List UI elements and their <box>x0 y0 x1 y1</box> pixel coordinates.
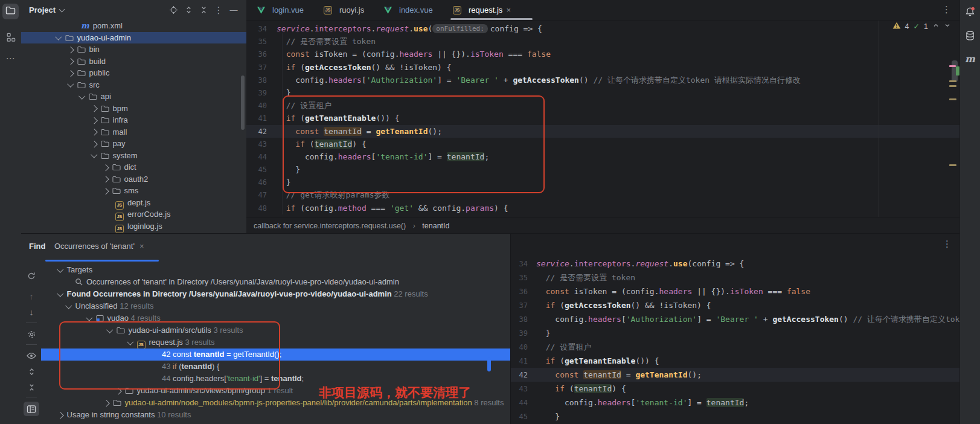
project-tree-item-pay[interactable]: pay <box>21 138 246 150</box>
code-line-34[interactable]: 34service.interceptors.request.use(confi… <box>511 257 980 271</box>
project-scrollbar-thumb[interactable] <box>241 75 245 130</box>
chevron-collapsed-icon[interactable] <box>91 105 97 112</box>
project-tree-item-dict[interactable]: dict <box>21 161 246 173</box>
code-line-44[interactable]: 44 config.headers['tenant-id'] = tenantI… <box>511 396 980 410</box>
project-tree-item-yudao-ui-admin[interactable]: yudao-ui-admin <box>21 32 246 44</box>
collapse-all-button[interactable] <box>24 380 39 394</box>
chevron-collapsed-icon[interactable] <box>57 412 63 419</box>
code-line-40[interactable]: 40 // 设置租户 <box>511 340 980 354</box>
rerun-search-button[interactable] <box>24 269 39 283</box>
project-tree-item-system[interactable]: system <box>21 150 246 162</box>
editor-tab-request.js[interactable]: JSrequest.js× <box>447 0 536 20</box>
structure-tool-button[interactable] <box>2 30 19 46</box>
project-tree-item-loginlog.js[interactable]: JSloginlog.js <box>21 220 246 233</box>
chevron-expanded-icon[interactable] <box>91 151 97 158</box>
project-panel-title[interactable]: Project <box>29 5 56 14</box>
code-line-41[interactable]: 41 if (getTenantEnable()) { <box>511 354 980 368</box>
locate-file-button[interactable] <box>167 0 180 20</box>
project-tree-item-errorCode.js[interactable]: JSerrorCode.js <box>21 208 246 220</box>
editor-tab-login.vue[interactable]: login.vue <box>251 0 327 20</box>
find-results-tab[interactable]: Occurrences of 'tenant'× <box>54 242 144 251</box>
code-line-38[interactable]: 38 config.headers['Authorization'] = 'Be… <box>511 312 980 326</box>
code-line-40[interactable]: 40 // 设置租户 <box>246 99 980 112</box>
code-line-37[interactable]: 37 if (getAccessToken() && !isToken) { <box>511 298 980 312</box>
find-result-row-1[interactable]: Occurrences of 'tenant' in Directory /Us… <box>41 276 510 288</box>
editor-options-button[interactable]: ⋮ <box>942 4 951 15</box>
editor-tab-index.vue[interactable]: index.vue <box>378 0 456 20</box>
find-result-row-9[interactable]: 44 config.headers['tenant-id'] = tenantI… <box>41 373 510 385</box>
chevron-collapsed-icon[interactable] <box>91 129 97 135</box>
project-options-button[interactable]: ⋮ <box>212 0 225 20</box>
settings-button[interactable] <box>24 327 39 341</box>
breadcrumb-element[interactable]: tenantId <box>422 222 449 230</box>
close-icon[interactable]: × <box>139 242 144 251</box>
project-tree-item-pom.xml[interactable]: mpom.xml <box>21 20 246 32</box>
chevron-expanded-icon[interactable] <box>55 33 62 40</box>
find-tree-scrollbar-thumb[interactable] <box>487 357 491 371</box>
project-tree-item-public[interactable]: public <box>21 67 246 79</box>
find-result-row-3[interactable]: Unclassified 12 results <box>41 300 510 312</box>
chevron-expanded-icon[interactable] <box>65 302 72 309</box>
code-line-45[interactable]: 45 } <box>511 410 980 423</box>
chevron-expanded-icon[interactable] <box>86 314 92 321</box>
breadcrumb-context[interactable]: callback for service.interceptors.reques… <box>254 222 406 230</box>
project-tree-item-build[interactable]: build <box>21 56 246 68</box>
chevron-collapsed-icon[interactable] <box>115 388 121 394</box>
code-editor[interactable]: 34service.interceptors.request.use(onFul… <box>246 21 980 220</box>
project-tree-item-bpm[interactable]: bpm <box>21 103 246 115</box>
chevron-collapsed-icon[interactable] <box>102 188 109 194</box>
code-line-42[interactable]: 42 const tenantId = getTenantId(); <box>511 368 980 382</box>
breadcrumb[interactable]: callback for service.interceptors.reques… <box>246 217 980 233</box>
inspection-widget[interactable]: 4 ✓ 1 <box>892 22 951 31</box>
preview-editor[interactable]: ⋮ — 34service.interceptors.request.use(c… <box>510 234 980 424</box>
maven-tool-button[interactable]: m <box>962 51 978 66</box>
find-result-row-8[interactable]: 43 if (tenantId) { <box>41 361 510 373</box>
project-tree-item-src[interactable]: src <box>21 79 246 91</box>
chevron-collapsed-icon[interactable] <box>91 141 97 147</box>
find-result-row-6[interactable]: JSrequest.js 3 results <box>41 336 510 349</box>
chevron-expanded-icon[interactable] <box>78 92 85 99</box>
expand-all-button[interactable] <box>182 0 195 20</box>
code-line-42[interactable]: 42 const tenantId = getTenantId(); <box>246 125 980 138</box>
chevron-expanded-icon[interactable] <box>57 266 63 272</box>
find-result-row-7[interactable]: 42 const tenantId = getTenantId(); <box>41 349 510 361</box>
code-line-43[interactable]: 43 if (tenantId) { <box>246 138 980 150</box>
find-result-row-12[interactable]: Usage in string constants 10 results <box>41 409 510 421</box>
project-tool-button[interactable] <box>2 4 19 19</box>
prev-problem-button[interactable] <box>932 22 940 31</box>
code-line-36[interactable]: 36 const isToken = (config.headers || {}… <box>246 48 980 60</box>
find-result-row-5[interactable]: yudao-ui-admin/src/utils 3 results <box>41 324 510 336</box>
preview-code[interactable]: 34service.interceptors.request.use(confi… <box>511 257 980 423</box>
code-line-39[interactable]: 39 } <box>511 326 980 340</box>
chevron-collapsed-icon[interactable] <box>67 47 74 53</box>
code-line-48[interactable]: 48 if (config.method === 'get' && config… <box>246 202 980 214</box>
project-tree-item-sms[interactable]: sms <box>21 185 246 197</box>
chevron-collapsed-icon[interactable] <box>67 70 74 77</box>
chevron-expanded-icon[interactable] <box>127 338 133 345</box>
chevron-collapsed-icon[interactable] <box>102 164 109 171</box>
chevron-collapsed-icon[interactable] <box>91 117 97 124</box>
code-line-39[interactable]: 39 } <box>246 86 980 99</box>
show-preview-button[interactable] <box>24 402 39 416</box>
editor-tab-ruoyi.js[interactable]: JSruoyi.js <box>318 0 388 20</box>
find-options-button[interactable]: ⋮ <box>943 239 952 249</box>
preview-filter-button[interactable] <box>24 349 39 363</box>
previous-occurrence-button[interactable]: ↑ <box>24 289 39 304</box>
project-tree-item-api[interactable]: api <box>21 91 246 103</box>
project-tree-item-infra[interactable]: infra <box>21 114 246 126</box>
project-tree-item-oauth2[interactable]: oauth2 <box>21 173 246 185</box>
code-line-35[interactable]: 35 // 是否需要设置 token <box>511 271 980 284</box>
collapse-all-button[interactable] <box>197 0 210 20</box>
more-tool-windows-button[interactable]: ⋯ <box>2 51 19 66</box>
notifications-button[interactable] <box>962 5 978 21</box>
database-tool-button[interactable] <box>962 29 978 45</box>
code-line-47[interactable]: 47 // get请求映射params参数 <box>246 188 980 201</box>
code-line-46[interactable]: 46 } <box>246 176 980 188</box>
code-line-34[interactable]: 34service.interceptors.request.use(onFul… <box>246 22 980 35</box>
find-result-row-0[interactable]: Targets <box>41 264 510 276</box>
code-line-44[interactable]: 44 config.headers['tenant-id'] = tenantI… <box>246 150 980 163</box>
chevron-expanded-icon[interactable] <box>106 326 113 333</box>
next-problem-button[interactable] <box>944 22 951 31</box>
close-tab-icon[interactable]: × <box>506 5 511 14</box>
code-line-41[interactable]: 41 if (getTenantEnable()) { <box>246 112 980 124</box>
